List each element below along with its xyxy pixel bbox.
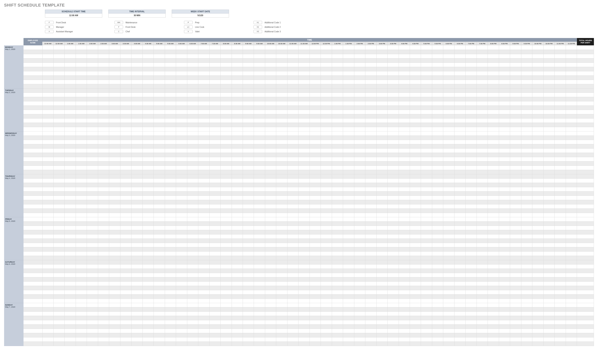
shift-cell[interactable] — [165, 101, 176, 106]
shift-cell[interactable] — [221, 294, 232, 298]
shift-cell[interactable] — [209, 247, 220, 251]
shift-cell[interactable] — [276, 341, 287, 346]
shift-cell[interactable] — [343, 247, 354, 251]
shift-cell[interactable] — [54, 97, 65, 101]
shift-cell[interactable] — [176, 324, 187, 329]
shift-cell[interactable] — [376, 264, 387, 269]
shift-cell[interactable] — [343, 80, 354, 84]
shift-cell[interactable] — [309, 50, 321, 54]
shift-cell[interactable] — [566, 165, 577, 170]
shift-cell[interactable] — [76, 341, 87, 346]
shift-cell[interactable] — [299, 208, 309, 213]
shift-cell[interactable] — [132, 226, 142, 230]
shift-cell[interactable] — [465, 286, 477, 290]
shift-cell[interactable] — [198, 157, 209, 161]
shift-cell[interactable] — [76, 307, 87, 312]
shift-cell[interactable] — [287, 131, 298, 135]
shift-cell[interactable] — [254, 54, 265, 58]
shift-cell[interactable] — [154, 135, 165, 140]
shift-cell[interactable] — [376, 187, 387, 191]
shift-cell[interactable] — [265, 221, 276, 226]
shift-cell[interactable] — [454, 290, 465, 294]
shift-cell[interactable] — [221, 312, 232, 316]
shift-cell[interactable] — [432, 333, 443, 337]
shift-cell[interactable] — [209, 260, 220, 264]
shift-cell[interactable] — [388, 290, 399, 294]
shift-cell[interactable] — [499, 337, 510, 341]
shift-cell[interactable] — [176, 337, 187, 341]
shift-cell[interactable] — [365, 50, 376, 54]
shift-cell[interactable] — [54, 165, 65, 170]
shift-cell[interactable] — [510, 234, 521, 239]
shift-cell[interactable] — [287, 110, 298, 114]
shift-cell[interactable] — [410, 63, 421, 67]
shift-cell[interactable] — [243, 213, 254, 217]
shift-cell[interactable] — [232, 243, 243, 247]
shift-cell[interactable] — [299, 320, 309, 324]
shift-cell[interactable] — [521, 187, 532, 191]
shift-cell[interactable] — [388, 127, 399, 131]
shift-cell[interactable] — [243, 183, 254, 187]
shift-cell[interactable] — [332, 217, 343, 221]
shift-cell[interactable] — [443, 97, 454, 101]
shift-cell[interactable] — [454, 114, 465, 118]
shift-cell[interactable] — [76, 256, 87, 260]
shift-cell[interactable] — [276, 153, 287, 157]
shift-cell[interactable] — [465, 243, 477, 247]
shift-cell[interactable] — [98, 67, 109, 71]
shift-cell[interactable] — [209, 101, 220, 106]
shift-cell[interactable] — [421, 273, 432, 277]
shift-cell[interactable] — [510, 131, 521, 135]
shift-cell[interactable] — [454, 226, 465, 230]
shift-cell[interactable] — [154, 239, 165, 243]
shift-cell[interactable] — [566, 118, 577, 123]
shift-cell[interactable] — [109, 50, 120, 54]
shift-cell[interactable] — [87, 131, 98, 135]
shift-cell[interactable] — [399, 71, 410, 75]
shift-cell[interactable] — [87, 58, 98, 63]
employee-cell[interactable] — [24, 269, 42, 273]
shift-cell[interactable] — [42, 93, 53, 97]
shift-cell[interactable] — [388, 153, 399, 157]
shift-cell[interactable] — [555, 333, 566, 337]
shift-cell[interactable] — [221, 264, 232, 269]
shift-cell[interactable] — [432, 273, 443, 277]
shift-cell[interactable] — [87, 140, 98, 144]
shift-cell[interactable] — [543, 303, 555, 307]
shift-cell[interactable] — [154, 298, 165, 303]
shift-cell[interactable] — [87, 191, 98, 196]
shift-cell[interactable] — [98, 307, 109, 312]
shift-cell[interactable] — [421, 303, 432, 307]
shift-cell[interactable] — [410, 131, 421, 135]
shift-cell[interactable] — [142, 217, 154, 221]
shift-cell[interactable] — [87, 239, 98, 243]
employee-cell[interactable] — [24, 191, 42, 196]
shift-cell[interactable] — [510, 260, 521, 264]
shift-cell[interactable] — [532, 88, 543, 93]
shift-cell[interactable] — [376, 174, 387, 178]
shift-cell[interactable] — [543, 324, 555, 329]
shift-cell[interactable] — [165, 93, 176, 97]
shift-cell[interactable] — [432, 281, 443, 286]
shift-cell[interactable] — [132, 157, 142, 161]
shift-cell[interactable] — [376, 320, 387, 324]
shift-cell[interactable] — [499, 239, 510, 243]
shift-cell[interactable] — [454, 153, 465, 157]
shift-cell[interactable] — [343, 71, 354, 75]
shift-cell[interactable] — [454, 165, 465, 170]
shift-cell[interactable] — [287, 230, 298, 234]
shift-cell[interactable] — [98, 140, 109, 144]
shift-cell[interactable] — [120, 196, 131, 200]
shift-cell[interactable] — [265, 110, 276, 114]
shift-cell[interactable] — [332, 131, 343, 135]
shift-cell[interactable] — [109, 316, 120, 320]
shift-cell[interactable] — [165, 131, 176, 135]
shift-cell[interactable] — [432, 140, 443, 144]
shift-cell[interactable] — [555, 221, 566, 226]
shift-cell[interactable] — [198, 88, 209, 93]
shift-cell[interactable] — [499, 161, 510, 165]
shift-cell[interactable] — [98, 123, 109, 127]
shift-cell[interactable] — [332, 123, 343, 127]
shift-cell[interactable] — [65, 230, 76, 234]
shift-cell[interactable] — [543, 200, 555, 204]
